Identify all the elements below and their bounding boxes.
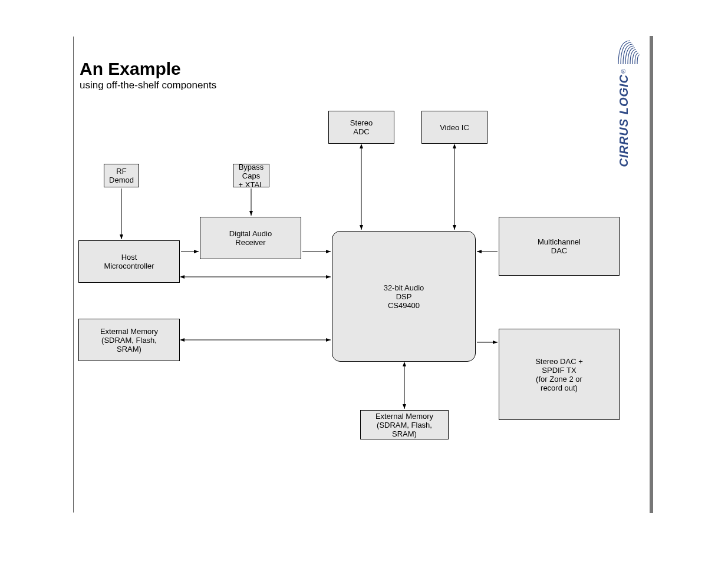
brand-name: CIRRUS LOGIC [617, 74, 630, 167]
block-multich-dac: MultichannelDAC [499, 217, 620, 276]
block-ext-mem: External Memory(SDRAM, Flash,SRAM) [78, 319, 180, 361]
registered-mark: ® [620, 67, 627, 74]
logo-globe-icon [617, 38, 641, 67]
accent-sidebar [650, 36, 653, 513]
logo-text: CIRRUS LOGIC® [617, 67, 631, 167]
block-dsp: 32-bit AudioDSPCS49400 [332, 231, 476, 362]
block-video: Video IC [421, 111, 487, 144]
block-stereo-adc: StereoADC [328, 111, 394, 144]
page-title: An Example [80, 59, 181, 79]
block-ext-mem-bottom: External Memory(SDRAM, Flash,SRAM) [360, 410, 449, 439]
block-digital-receiver: Digital AudioReceiver [200, 217, 301, 259]
block-stereo-dac-spdif: Stereo DAC +SPDIF TX(for Zone 2 orrecord… [499, 329, 620, 420]
block-rf-demod: RFDemod [104, 164, 139, 187]
block-host-micro: HostMicrocontroller [78, 240, 180, 283]
page-root: CIRRUS LOGIC® An Example using off-the-s… [0, 0, 728, 562]
page-subtitle: using off-the-shelf components [80, 80, 216, 91]
brand-logo: CIRRUS LOGIC® [617, 38, 641, 226]
block-bypass-caps: Bypass Caps+ XTAL [233, 164, 269, 187]
